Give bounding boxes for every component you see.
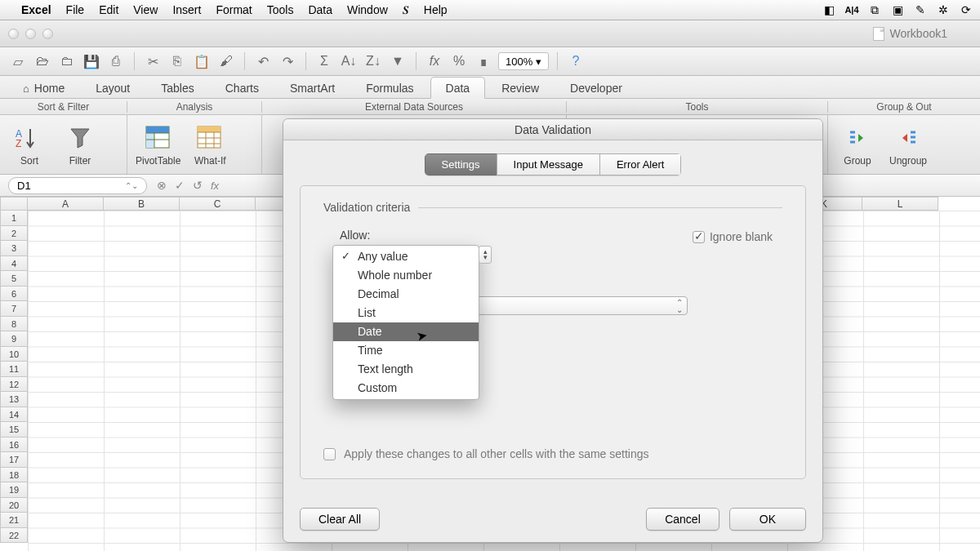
row-header[interactable]: 17 [0, 452, 28, 468]
row-header[interactable]: 2 [0, 226, 28, 242]
undo-icon[interactable]: ↶ [253, 51, 273, 71]
tab-developer[interactable]: Developer [555, 78, 637, 98]
menu-script-icon[interactable]: 𝑺 [403, 3, 409, 17]
show-formula-icon[interactable]: % [449, 51, 469, 71]
clear-all-button[interactable]: Clear All [300, 508, 380, 531]
column-header[interactable]: B [104, 197, 180, 211]
format-painter-icon[interactable]: 🖌 [216, 51, 236, 71]
dropdown-item-decimal[interactable]: Decimal [333, 285, 479, 304]
select-all-corner[interactable] [0, 197, 28, 211]
menu-edit[interactable]: Edit [99, 3, 118, 16]
zoom-window-button[interactable] [42, 29, 53, 39]
fx-icon[interactable]: fx [211, 180, 219, 192]
tab-smartart[interactable]: SmartArt [275, 78, 350, 98]
row-header[interactable]: 14 [0, 407, 28, 423]
stepper-icon[interactable]: ▴▾ [479, 246, 492, 264]
row-header[interactable]: 5 [0, 271, 28, 287]
menu-window[interactable]: Window [347, 3, 388, 16]
menu-view[interactable]: View [133, 3, 158, 16]
sort-button[interactable]: AZ Sort [8, 123, 51, 167]
row-header[interactable]: 20 [0, 498, 28, 513]
tab-tables[interactable]: Tables [146, 78, 208, 98]
menu-data[interactable]: Data [308, 3, 332, 16]
tab-review[interactable]: Review [487, 78, 554, 98]
menu-file[interactable]: File [66, 3, 85, 16]
filter-icon[interactable]: ▼ [388, 51, 408, 71]
row-header[interactable]: 21 [0, 513, 28, 528]
status-icon[interactable]: ▣ [890, 3, 905, 16]
cancel-formula-icon[interactable]: ⊗ [157, 179, 167, 192]
data-combobox[interactable] [451, 296, 688, 315]
sort-desc-icon[interactable]: Z↓ [363, 51, 383, 71]
tab-formulas[interactable]: Formulas [351, 78, 428, 98]
app-name[interactable]: Excel [21, 3, 51, 16]
help-icon[interactable]: ? [566, 51, 586, 71]
zoom-control[interactable]: 100% ▾ [498, 52, 549, 70]
menu-help[interactable]: Help [424, 3, 448, 16]
dropdown-item-list[interactable]: List [333, 304, 479, 322]
row-header[interactable]: 4 [0, 256, 28, 272]
tab-layout[interactable]: Layout [81, 78, 145, 98]
save-icon[interactable]: 💾 [82, 51, 101, 71]
dropdown-item-time[interactable]: Time [333, 341, 479, 360]
open-template-icon[interactable]: 🗀 [57, 51, 77, 71]
row-header[interactable]: 9 [0, 331, 28, 347]
cancel-button[interactable]: Cancel [646, 508, 719, 531]
name-box[interactable]: D1 ⌃⌄ [8, 177, 147, 194]
pivottable-button[interactable]: PivotTable [136, 123, 180, 167]
group-button[interactable]: Group [836, 123, 879, 167]
sync-icon[interactable]: ⟳ [959, 3, 973, 16]
minimize-window-button[interactable] [25, 29, 36, 39]
row-header[interactable]: 8 [0, 317, 28, 332]
menu-insert[interactable]: Insert [172, 3, 201, 16]
row-header[interactable]: 3 [0, 241, 28, 256]
ok-button[interactable]: OK [729, 508, 806, 531]
dropdown-item-custom[interactable]: Custom [333, 379, 479, 398]
tab-error-alert[interactable]: Error Alert [599, 153, 682, 176]
dropdown-item-date[interactable]: Date [333, 322, 479, 341]
row-header[interactable]: 10 [0, 347, 28, 362]
paste-icon[interactable]: 📋 [192, 51, 212, 71]
apply-all-checkbox[interactable]: Apply these changes to all other cells w… [323, 447, 649, 460]
dropdown-item-whole-number[interactable]: Whole number [333, 266, 479, 285]
row-header[interactable]: 1 [0, 211, 28, 226]
ignore-blank-checkbox[interactable]: Ignore blank [693, 230, 773, 243]
status-icon[interactable]: A|4 [844, 5, 859, 15]
tab-home[interactable]: ⌂Home [8, 78, 79, 98]
tab-data[interactable]: Data [430, 77, 486, 99]
ungroup-button[interactable]: Ungroup [887, 123, 929, 167]
dropbox-icon[interactable]: ⧉ [867, 3, 882, 17]
evernote-icon[interactable]: ✎ [913, 3, 928, 16]
row-header[interactable]: 18 [0, 468, 28, 483]
whatif-button[interactable]: What-If [189, 123, 231, 167]
menu-format[interactable]: Format [216, 3, 252, 16]
cut-icon[interactable]: ✂ [143, 51, 163, 71]
enter-formula-icon[interactable]: ✓ [175, 179, 185, 192]
row-header[interactable]: 16 [0, 438, 28, 453]
row-header[interactable]: 11 [0, 362, 28, 377]
row-header[interactable]: 7 [0, 301, 28, 317]
fx-icon[interactable]: fx [425, 51, 444, 71]
redo-icon[interactable]: ↷ [278, 51, 297, 71]
open-icon[interactable]: 🗁 [33, 51, 52, 71]
history-icon[interactable]: ↺ [193, 179, 203, 192]
tab-input-message[interactable]: Input Message [497, 153, 599, 176]
column-header[interactable]: L [862, 197, 938, 211]
autosum-icon[interactable]: Σ [314, 51, 334, 71]
tab-settings[interactable]: Settings [425, 153, 497, 176]
row-header[interactable]: 6 [0, 287, 28, 302]
copy-icon[interactable]: ⎘ [167, 51, 187, 71]
tab-charts[interactable]: Charts [211, 78, 274, 98]
row-header[interactable]: 19 [0, 482, 28, 498]
column-header[interactable]: A [28, 197, 104, 211]
new-icon[interactable]: ▱ [8, 51, 28, 71]
status-icon[interactable]: ✲ [936, 3, 951, 16]
dropdown-item-any-value[interactable]: Any value [333, 247, 479, 266]
sort-asc-icon[interactable]: A↓ [339, 51, 359, 71]
row-header[interactable]: 12 [0, 377, 28, 393]
print-icon[interactable]: ⎙ [106, 51, 126, 71]
close-window-button[interactable] [8, 29, 19, 39]
row-header[interactable]: 22 [0, 528, 28, 544]
column-header[interactable]: C [180, 197, 256, 211]
chart-icon[interactable]: ∎ [474, 51, 493, 71]
